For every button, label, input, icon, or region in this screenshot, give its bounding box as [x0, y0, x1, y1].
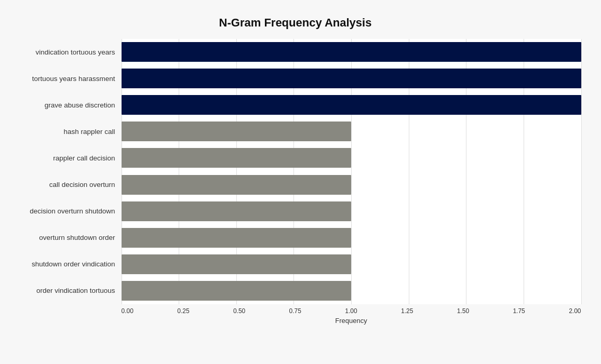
- grid-line: [581, 39, 582, 304]
- bar-label: order vindication tortuous: [10, 287, 122, 294]
- bar-label: hash rappler call: [10, 128, 122, 136]
- x-tick-label: 1.75: [513, 307, 525, 315]
- chart-container: N-Gram Frequency Analysis vindication to…: [5, 6, 597, 359]
- bar-track: [122, 254, 581, 274]
- bar-track: [122, 122, 581, 141]
- x-tick-label: 0.00: [122, 307, 133, 315]
- x-tick-label: 0.75: [289, 307, 301, 315]
- bar-fill: [122, 122, 352, 141]
- bar-fill: [122, 42, 581, 62]
- bar-rows: vindication tortuous yearstortuous years…: [10, 39, 581, 304]
- bar-row: hash rappler call: [10, 118, 581, 145]
- bar-row: shutdown order vindication: [10, 251, 581, 277]
- x-axis: 0.000.250.500.751.001.251.501.752.00: [122, 307, 581, 315]
- bar-track: [122, 95, 581, 115]
- bar-row: vindication tortuous years: [10, 39, 581, 65]
- x-tick-label: 1.25: [401, 307, 413, 315]
- chart-title: N-Gram Frequency Analysis: [10, 16, 581, 30]
- bar-label: decision overturn shutdown: [10, 207, 122, 215]
- bar-row: rappler call decision: [10, 145, 581, 171]
- bar-label: vindication tortuous years: [10, 48, 122, 56]
- bar-label: tortuous years harassment: [10, 75, 122, 83]
- bars-wrapper: vindication tortuous yearstortuous years…: [10, 39, 581, 304]
- x-tick-label: 1.00: [345, 307, 357, 315]
- x-axis-title: Frequency: [122, 317, 581, 325]
- x-tick-label: 0.50: [233, 307, 245, 315]
- bar-track: [122, 175, 581, 195]
- x-tick-label: 0.25: [177, 307, 189, 315]
- bar-fill: [122, 148, 352, 168]
- bar-fill: [122, 95, 581, 115]
- bar-label: call decision overturn: [10, 181, 122, 188]
- bar-fill: [122, 175, 352, 195]
- bar-label: grave abuse discretion: [10, 101, 122, 109]
- bar-track: [122, 281, 581, 301]
- chart-area: vindication tortuous yearstortuous years…: [10, 39, 581, 325]
- bar-row: tortuous years harassment: [10, 65, 581, 92]
- bar-label: rappler call decision: [10, 154, 122, 162]
- bar-row: call decision overturn: [10, 171, 581, 198]
- x-tick-label: 2.00: [569, 307, 581, 315]
- x-axis-labels: 0.000.250.500.751.001.251.501.752.00: [122, 307, 581, 315]
- bar-row: decision overturn shutdown: [10, 198, 581, 224]
- bar-fill: [122, 281, 352, 301]
- bar-label: overturn shutdown order: [10, 234, 122, 241]
- bar-row: grave abuse discretion: [10, 92, 581, 118]
- bar-fill: [122, 228, 352, 248]
- bar-fill: [122, 254, 352, 274]
- bar-row: order vindication tortuous: [10, 277, 581, 304]
- bar-label: shutdown order vindication: [10, 260, 122, 268]
- bar-fill: [122, 69, 581, 88]
- bar-track: [122, 148, 581, 168]
- bar-track: [122, 42, 581, 62]
- bar-row: overturn shutdown order: [10, 224, 581, 251]
- bar-track: [122, 201, 581, 221]
- x-tick-label: 1.50: [457, 307, 469, 315]
- bar-track: [122, 228, 581, 248]
- bar-track: [122, 69, 581, 88]
- bar-fill: [122, 201, 352, 221]
